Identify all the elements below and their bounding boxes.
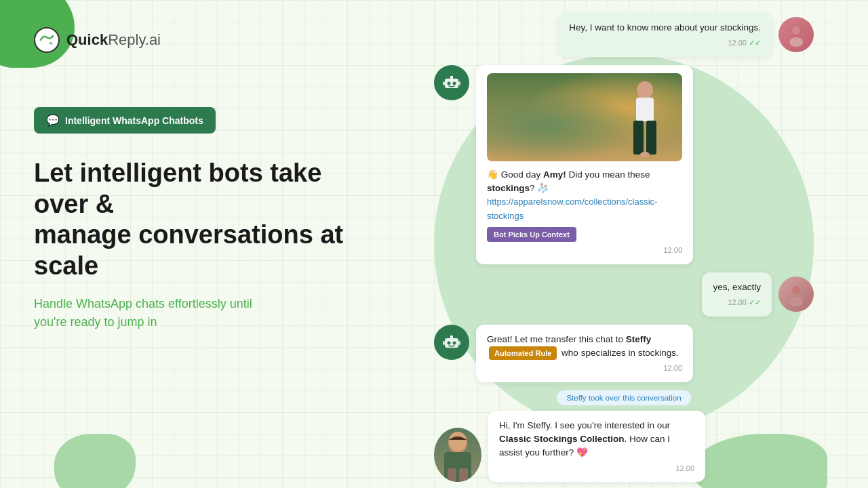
svg-point-17 (789, 297, 803, 306)
logo-area: QuickReply.ai (34, 27, 346, 53)
stockings-product: stockings (487, 183, 530, 193)
message-text-user2: yes, exactly (713, 282, 761, 292)
svg-rect-13 (633, 121, 644, 155)
message-bubble-bot1: 👋 Good day Amy! Did you mean these stock… (476, 65, 693, 264)
svg-point-15 (640, 152, 650, 157)
product-image (487, 73, 682, 161)
message-bubble-user1: Hey, I want to know more about your stoc… (558, 13, 772, 57)
right-panel: Hey, I want to know more about your stoc… (380, 0, 868, 488)
svg-point-6 (448, 81, 451, 85)
svg-rect-12 (636, 98, 654, 121)
chat-row-bot2: Great! Let me transfer this chat to Stef… (434, 325, 814, 382)
chat-container: Hey, I want to know more about your stoc… (434, 13, 814, 488)
svg-rect-21 (450, 336, 453, 338)
page-container: QuickReply.ai 💬 Intelligent WhatsApp Cha… (0, 0, 868, 488)
amy-name: Amy! (543, 169, 566, 180)
svg-rect-10 (458, 81, 460, 85)
quickreply-logo-icon (34, 27, 60, 53)
steffy-avatar (434, 428, 481, 482)
message-time-4: 12.00 (663, 363, 682, 374)
svg-rect-14 (646, 121, 656, 155)
svg-point-16 (792, 286, 800, 294)
svg-rect-8 (450, 76, 453, 79)
steffy-product: Classic Stockings Collection (499, 434, 625, 444)
svg-rect-26 (448, 468, 456, 482)
svg-point-0 (35, 28, 59, 52)
user-avatar-1 (778, 17, 814, 52)
badge-icon: 💬 (46, 114, 60, 127)
subtext: Handle WhatsApp chats effortlessly until… (34, 295, 332, 331)
steffy-takeover-badge: Steffy took over this conversation (557, 390, 690, 405)
message-time-1: 12.00 ✓✓ (728, 37, 761, 49)
svg-rect-22 (443, 341, 445, 345)
logo-text: QuickReply.ai (66, 31, 161, 49)
badge-label: Intelligent WhatsApp Chatbots (65, 115, 203, 126)
automated-rule-badge: Automated Rule (489, 346, 557, 361)
svg-rect-23 (458, 341, 460, 345)
user-avatar-2 (778, 277, 814, 312)
svg-point-4 (789, 37, 803, 47)
left-panel: QuickReply.ai 💬 Intelligent WhatsApp Cha… (0, 0, 380, 488)
message-time-2: 12.00 (663, 245, 682, 256)
message-time-5: 12.00 (675, 463, 694, 474)
steffy-name-1: Steffy (626, 334, 652, 344)
message-bubble-user2: yes, exactly 12.00 ✓✓ (702, 272, 772, 317)
chatbot-badge: 💬 Intelligent WhatsApp Chatbots (34, 107, 216, 134)
svg-point-28 (449, 432, 467, 451)
svg-point-7 (453, 81, 456, 85)
headline: Let intelligent bots take over & manage … (34, 158, 346, 281)
product-link[interactable]: https://apparelsnow.com/collections/clas… (487, 197, 657, 220)
chat-row-bot1: 👋 Good day Amy! Did you mean these stock… (434, 65, 814, 264)
bot-avatar-2 (434, 325, 469, 360)
chat-row-user2: yes, exactly 12.00 ✓✓ (434, 272, 814, 317)
message-bubble-bot2: Great! Let me transfer this chat to Stef… (476, 325, 693, 382)
bot-avatar-1 (434, 65, 469, 100)
bot-message-text-1: 👋 Good day Amy! Did you mean these stock… (487, 168, 682, 196)
message-time-3: 12.00 ✓✓ (728, 297, 761, 308)
steffy-notification-row: Steffy took over this conversation (434, 390, 814, 405)
chat-row-user1: Hey, I want to know more about your stoc… (434, 13, 814, 57)
message-bubble-steffy: Hi, I'm Steffy. I see you're interested … (488, 411, 705, 482)
svg-point-20 (453, 341, 456, 344)
svg-rect-9 (443, 81, 445, 85)
context-badge: Bot Picks Up Context (487, 227, 576, 243)
svg-point-11 (637, 81, 653, 99)
svg-rect-27 (459, 468, 468, 482)
svg-point-3 (792, 26, 800, 35)
svg-point-19 (448, 341, 451, 344)
message-text-user1: Hey, I want to know more about your stoc… (569, 22, 761, 33)
chat-row-steffy: Hi, I'm Steffy. I see you're interested … (434, 411, 814, 482)
transfer-text-before: Great! Let me transfer this chat to (487, 334, 626, 344)
steffy-message-before: Hi, I'm Steffy. I see you're interested … (499, 420, 670, 430)
transfer-text-after: who specializes in stockings. (561, 348, 679, 358)
